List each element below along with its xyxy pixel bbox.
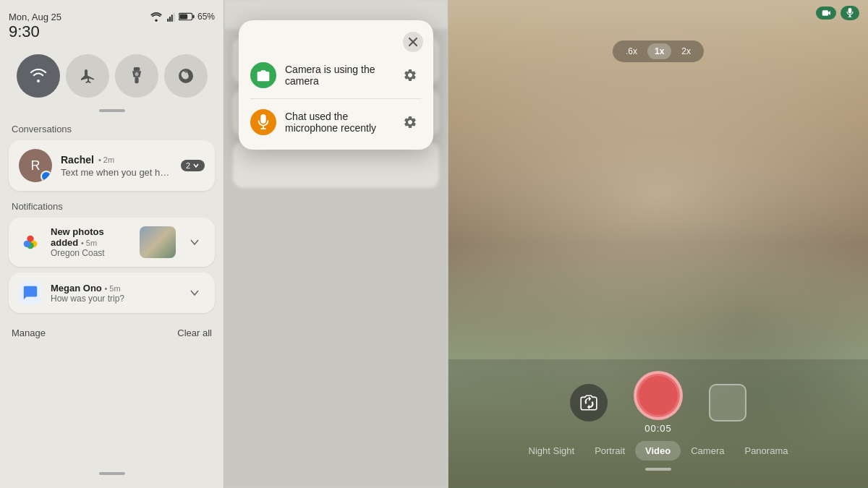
convo-name: Rachel: [61, 154, 94, 166]
convo-message: Text me when you get here!: [61, 167, 172, 178]
messages-icon: [22, 285, 38, 301]
video-mode[interactable]: Video: [635, 441, 681, 461]
svg-rect-8: [135, 77, 138, 84]
signal-icon: [166, 12, 176, 22]
svg-rect-1: [169, 17, 171, 22]
night-sight-mode[interactable]: Night Sight: [519, 441, 585, 461]
dialog-header: [239, 27, 433, 55]
camera-settings-button[interactable]: [399, 64, 422, 87]
zoom-06x-button[interactable]: .6x: [618, 43, 644, 59]
messages-app-icon: [19, 281, 42, 304]
google-photos-icon: [20, 232, 41, 252]
svg-point-10: [43, 174, 49, 179]
airplane-tile[interactable]: [66, 54, 109, 98]
date-time: Mon, Aug 25 9:30: [9, 12, 61, 41]
wifi-qs-icon: [30, 69, 47, 83]
rachel-avatar: R: [19, 149, 52, 182]
photos-notification[interactable]: New photos added • 5m Oregon Coast 🌊: [9, 218, 215, 267]
flashlight-qs-icon: [129, 67, 144, 85]
quick-settings: [9, 54, 215, 98]
zoom-2x-button[interactable]: 2x: [674, 43, 698, 59]
record-button-inner: [639, 376, 678, 415]
photo-thumbnail: 🌊: [140, 226, 176, 258]
camera-bottom-controls: 00:05 Night Sight Portrait Video Camera …: [448, 359, 868, 488]
time-display: 9:30: [9, 22, 61, 41]
megan-expand-button[interactable]: [184, 283, 205, 303]
dialog-divider: [250, 98, 422, 99]
badge-count: 2: [186, 161, 190, 170]
portrait-mode[interactable]: Portrait: [584, 441, 635, 461]
close-icon: [409, 38, 417, 46]
flashlight-tile[interactable]: [115, 54, 158, 98]
mic-dialog-icon: [250, 109, 276, 135]
camera-status-bar: [816, 6, 859, 20]
messages-notif-content: Megan Ono • 5m How was your trip?: [51, 283, 176, 304]
manage-button[interactable]: Manage: [12, 328, 46, 338]
camera-mode[interactable]: Camera: [681, 441, 734, 461]
clear-all-button[interactable]: Clear all: [177, 328, 212, 338]
gear-icon: [403, 115, 417, 129]
camera-app: .6x 1x 2x 00:05 Night Sight Portrait: [448, 0, 868, 488]
bottom-handle: [99, 472, 125, 475]
battery-icon: [179, 12, 195, 21]
svg-rect-19: [848, 8, 852, 14]
privacy-dialog-panel: Camera is using the camera Chat used the…: [224, 0, 448, 488]
panorama-mode[interactable]: Panorama: [734, 441, 798, 461]
dnd-qs-icon: [177, 67, 195, 85]
expand-button[interactable]: [184, 232, 205, 252]
notification-footer: Manage Clear all: [9, 328, 215, 338]
wifi-icon: [150, 12, 163, 22]
record-button[interactable]: [634, 371, 683, 420]
conversation-content: Rachel • 2m Text me when you get here!: [61, 154, 172, 178]
svg-rect-7: [133, 67, 140, 71]
svg-rect-5: [192, 15, 194, 19]
svg-rect-6: [179, 14, 187, 19]
svg-rect-21: [848, 17, 852, 17]
svg-point-14: [24, 241, 30, 247]
notif-subtitle: Oregon Coast: [51, 248, 131, 258]
dnd-tile[interactable]: [164, 54, 208, 98]
svg-rect-0: [167, 19, 169, 22]
photos-notif-content: New photos added • 5m Oregon Coast: [51, 226, 131, 258]
flip-camera-button[interactable]: [570, 384, 608, 421]
zoom-1x-button[interactable]: 1x: [647, 43, 671, 59]
mic-status-icon: [846, 8, 854, 18]
camera-item: Camera is using the camera: [239, 55, 433, 95]
convo-time: • 2m: [98, 155, 114, 164]
chevron-down-icon: [192, 162, 200, 169]
svg-rect-2: [171, 14, 173, 22]
home-indicator: [645, 468, 671, 471]
conversations-label: Conversations: [9, 124, 215, 134]
svg-rect-18: [822, 10, 828, 16]
svg-rect-17: [260, 128, 265, 129]
wifi-tile[interactable]: [17, 54, 60, 98]
airplane-qs-icon: [79, 67, 96, 85]
microphone-item: Chat used the microphone recently: [239, 102, 433, 142]
gear-icon: [403, 68, 417, 82]
privacy-dialog: Camera is using the camera Chat used the…: [239, 20, 433, 150]
last-photo-thumbnail[interactable]: [709, 384, 746, 421]
drag-handle: [99, 109, 125, 112]
chevron-down-icon: [190, 288, 200, 298]
camera-icon: [256, 69, 271, 82]
convo-badge[interactable]: 2: [181, 160, 205, 171]
mic-active-pill: [841, 6, 859, 20]
svg-point-9: [135, 72, 138, 76]
messages-notification[interactable]: Megan Ono • 5m How was your trip?: [9, 273, 215, 313]
notifications-label: Notifications: [9, 201, 215, 212]
record-timer: 00:05: [644, 423, 672, 434]
mic-usage-text: Chat used the microphone recently: [285, 111, 390, 134]
dialog-close-button[interactable]: [403, 32, 423, 52]
conversation-card[interactable]: R Rachel • 2m Text me when you get here!…: [9, 140, 215, 191]
mic-settings-button[interactable]: [399, 111, 422, 134]
status-bar: Mon, Aug 25 9:30 65%: [9, 12, 215, 41]
camera-active-pill: [816, 7, 836, 20]
camera-dialog-icon: [250, 62, 276, 88]
messenger-badge: [41, 171, 52, 182]
megan-notif-title: Megan Ono • 5m: [51, 283, 176, 294]
battery-percent: 65%: [197, 12, 215, 22]
svg-rect-3: [173, 12, 174, 22]
photos-app-icon: [19, 231, 42, 254]
status-icons: 65%: [150, 12, 215, 22]
notification-shade: Mon, Aug 25 9:30 65%: [0, 0, 224, 488]
